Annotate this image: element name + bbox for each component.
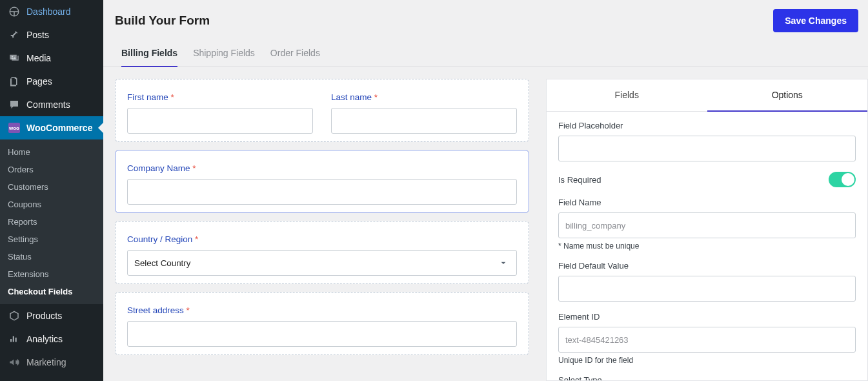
pages-icon xyxy=(8,75,21,88)
sidebar-item-media[interactable]: Media xyxy=(0,46,103,70)
menu-label: Pages xyxy=(26,76,52,87)
tab-billing-fields[interactable]: Billing Fields xyxy=(121,48,177,67)
tab-order-fields[interactable]: Order Fields xyxy=(270,48,320,67)
field-group-company[interactable]: Company Name * xyxy=(115,150,529,213)
sidebar-item-pages[interactable]: Pages xyxy=(0,70,103,93)
field-group-street[interactable]: Street address * xyxy=(115,292,529,355)
menu-label: Products xyxy=(26,311,62,321)
country-select[interactable]: Select Country xyxy=(127,250,517,276)
sidebar-item-marketing[interactable]: Marketing xyxy=(0,351,103,374)
menu-label: Media xyxy=(26,53,51,63)
field-name-input[interactable] xyxy=(558,212,856,238)
pin-icon xyxy=(8,28,21,41)
first-name-input[interactable] xyxy=(127,108,313,134)
field-label: Street address * xyxy=(127,305,517,315)
field-group-country[interactable]: Country / Region * Select Country xyxy=(115,221,529,284)
field-group-name[interactable]: First name * Last name * xyxy=(115,79,529,142)
side-tab-options[interactable]: Options xyxy=(707,79,868,112)
default-value-label: Field Default Value xyxy=(558,261,856,271)
woocommerce-submenu: Home Orders Customers Coupons Reports Se… xyxy=(0,139,103,304)
select-type-label: Select Type xyxy=(558,375,856,381)
sidebar-item-dashboard[interactable]: Dashboard xyxy=(0,0,103,23)
menu-label: Comments xyxy=(26,99,70,110)
sidebar-item-comments[interactable]: Comments xyxy=(0,93,103,116)
element-id-hint: Unique ID for the field xyxy=(558,356,856,365)
submenu-settings[interactable]: Settings xyxy=(0,231,103,248)
menu-label: Posts xyxy=(26,30,49,40)
megaphone-icon xyxy=(8,356,21,369)
side-tab-fields[interactable]: Fields xyxy=(547,79,707,111)
main-content: Build Your Form Save Changes Billing Fie… xyxy=(103,0,868,381)
submenu-status[interactable]: Status xyxy=(0,248,103,265)
street-input[interactable] xyxy=(127,321,517,347)
side-body: Field Placeholder Is Required Field Name… xyxy=(547,112,867,381)
field-label: Country / Region * xyxy=(127,234,517,244)
form-builder: First name * Last name * Company Name * xyxy=(115,79,529,381)
field-name-label: Field Name xyxy=(558,198,856,207)
admin-sidebar: Dashboard Posts Media Pages Comments woo… xyxy=(0,0,103,381)
submenu-coupons[interactable]: Coupons xyxy=(0,196,103,213)
submenu-extensions[interactable]: Extensions xyxy=(0,265,103,283)
company-input[interactable] xyxy=(127,179,517,205)
side-tabs: Fields Options xyxy=(547,79,867,112)
street-field: Street address * xyxy=(127,305,517,347)
required-star: * xyxy=(192,163,196,173)
page-title: Build Your Form xyxy=(115,14,210,28)
form-tabs: Billing Fields Shipping Fields Order Fie… xyxy=(103,32,868,67)
field-label: Company Name * xyxy=(127,163,517,173)
placeholder-input[interactable] xyxy=(558,136,856,161)
tab-shipping-fields[interactable]: Shipping Fields xyxy=(193,48,255,67)
default-value-input[interactable] xyxy=(558,276,856,302)
sidebar-item-analytics[interactable]: Analytics xyxy=(0,327,103,351)
comment-icon xyxy=(8,98,21,111)
submenu-orders[interactable]: Orders xyxy=(0,161,103,178)
company-field: Company Name * xyxy=(127,163,517,205)
field-label: First name * xyxy=(127,92,313,102)
sidebar-item-products[interactable]: Products xyxy=(0,304,103,327)
is-required-toggle[interactable] xyxy=(829,172,856,187)
required-star: * xyxy=(195,234,198,244)
content-area: First name * Last name * Company Name * xyxy=(103,67,868,381)
placeholder-label: Field Placeholder xyxy=(558,121,856,130)
sidebar-item-woocommerce[interactable]: woo WooCommerce xyxy=(0,116,103,139)
submenu-checkout-fields[interactable]: Checkout Fields xyxy=(0,283,103,300)
country-field: Country / Region * Select Country xyxy=(127,234,517,276)
last-name-input[interactable] xyxy=(331,108,517,134)
analytics-icon xyxy=(8,333,21,345)
media-icon xyxy=(8,52,21,65)
required-star: * xyxy=(374,92,378,102)
options-panel: Fields Options Field Placeholder Is Requ… xyxy=(546,79,868,381)
menu-label: Marketing xyxy=(26,357,66,367)
page-header: Build Your Form Save Changes xyxy=(103,0,868,32)
field-name-hint: * Name must be unique xyxy=(558,242,856,251)
required-star: * xyxy=(171,92,174,102)
menu-label: Dashboard xyxy=(26,6,71,17)
save-button[interactable]: Save Changes xyxy=(773,9,858,32)
svg-point-0 xyxy=(12,56,13,57)
required-star: * xyxy=(187,305,190,315)
dashboard-icon xyxy=(8,5,21,18)
menu-label: WooCommerce xyxy=(26,123,92,133)
field-label: Last name * xyxy=(331,92,517,102)
submenu-reports[interactable]: Reports xyxy=(0,213,103,231)
woocommerce-icon: woo xyxy=(8,121,21,134)
element-id-input[interactable] xyxy=(558,327,856,353)
is-required-label: Is Required xyxy=(558,175,601,185)
sidebar-item-posts[interactable]: Posts xyxy=(0,23,103,46)
first-name-field: First name * xyxy=(127,92,313,134)
last-name-field: Last name * xyxy=(331,92,517,134)
box-icon xyxy=(8,309,21,322)
menu-label: Analytics xyxy=(26,334,63,344)
element-id-label: Element ID xyxy=(558,312,856,322)
submenu-home[interactable]: Home xyxy=(0,143,103,161)
submenu-customers[interactable]: Customers xyxy=(0,178,103,196)
